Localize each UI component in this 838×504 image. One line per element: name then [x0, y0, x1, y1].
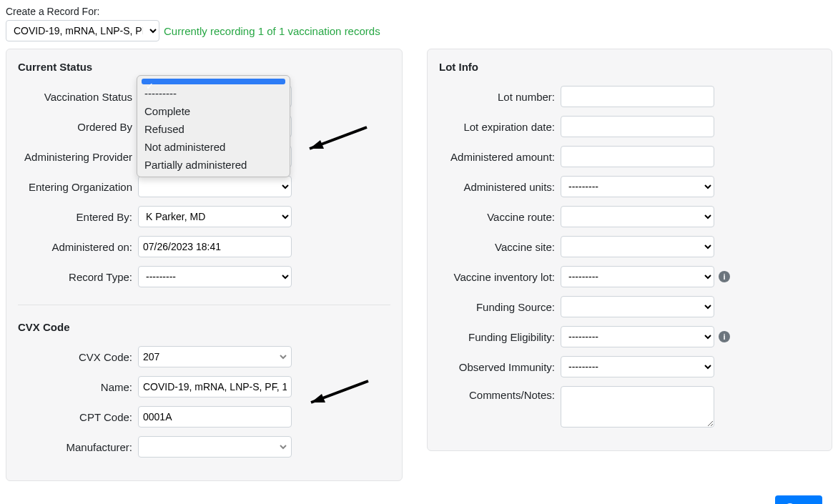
- dropdown-item-partially-administered[interactable]: Partially administered: [137, 156, 290, 174]
- info-icon[interactable]: i: [719, 331, 730, 342]
- entered-by-select[interactable]: K Parker, MD: [138, 206, 292, 227]
- funding-source-select[interactable]: [561, 296, 714, 317]
- administered-amount-label: Administered amount:: [439, 151, 561, 163]
- save-button[interactable]: Save: [775, 495, 822, 504]
- info-icon[interactable]: i: [719, 271, 730, 282]
- cpt-code-label: CPT Code:: [18, 411, 138, 423]
- funding-source-label: Funding Source:: [439, 301, 561, 313]
- manufacturer-label: Manufacturer:: [18, 441, 138, 453]
- vaccine-select[interactable]: COVID-19, mRNA, LNP-S, PF,: [6, 20, 159, 41]
- cvx-code-input[interactable]: [138, 346, 292, 367]
- entered-by-label: Entered By:: [18, 211, 138, 223]
- ordered-by-label: Ordered By: [18, 121, 138, 133]
- observed-immunity-label: Observed Immunity:: [439, 361, 561, 373]
- vaccination-status-label: Vaccination Status: [18, 91, 138, 103]
- dropdown-item-dashes[interactable]: ---------: [137, 84, 290, 102]
- vaccine-site-label: Vaccine site:: [439, 241, 561, 253]
- lot-expiration-label: Lot expiration date:: [439, 121, 561, 133]
- lot-number-label: Lot number:: [439, 91, 561, 103]
- lot-number-input[interactable]: [561, 86, 714, 107]
- vaccination-status-dropdown[interactable]: --------- Complete Refused Not administe…: [137, 75, 290, 177]
- dropdown-item-blank[interactable]: [142, 79, 285, 84]
- cvx-code-label: CVX Code:: [18, 351, 138, 363]
- lot-info-title: Lot Info: [439, 61, 820, 73]
- administered-units-label: Administered units:: [439, 181, 561, 193]
- funding-eligibility-select[interactable]: ---------: [561, 326, 714, 347]
- entering-organization-label: Entering Organization: [18, 181, 138, 193]
- inventory-lot-label: Vaccine inventory lot:: [439, 271, 561, 283]
- funding-eligibility-label: Funding Eligibility:: [439, 331, 561, 343]
- cpt-code-input[interactable]: [138, 406, 292, 428]
- dropdown-item-not-administered[interactable]: Not administered: [137, 138, 290, 156]
- vaccine-route-select[interactable]: [561, 206, 714, 227]
- administered-amount-input[interactable]: [561, 146, 714, 167]
- cvx-name-label: Name:: [18, 381, 138, 393]
- dropdown-item-complete[interactable]: Complete: [137, 102, 290, 120]
- inventory-lot-select[interactable]: ---------: [561, 266, 714, 287]
- vaccine-site-select[interactable]: [561, 236, 714, 257]
- entering-organization-select[interactable]: [138, 176, 292, 197]
- observed-immunity-select[interactable]: ---------: [561, 356, 714, 377]
- record-type-select[interactable]: ---------: [138, 266, 292, 287]
- annotation-arrow-icon: [682, 500, 754, 504]
- recording-status-text: Currently recording 1 of 1 vaccination r…: [164, 25, 380, 37]
- cvx-code-title: CVX Code: [18, 305, 390, 333]
- administering-provider-label: Administering Provider: [18, 151, 138, 163]
- record-type-label: Record Type:: [18, 271, 138, 283]
- administered-units-select[interactable]: ---------: [561, 176, 714, 197]
- comments-label: Comments/Notes:: [439, 386, 561, 401]
- cvx-name-input[interactable]: [138, 376, 292, 397]
- top-label: Create a Record For:: [6, 6, 832, 17]
- administered-on-label: Administered on:: [18, 241, 138, 253]
- administered-on-input[interactable]: [138, 236, 292, 257]
- manufacturer-input[interactable]: [138, 436, 292, 458]
- lot-info-panel: Lot Info Lot number: Lot expiration date…: [427, 49, 832, 451]
- current-status-title: Current Status: [18, 61, 390, 73]
- lot-expiration-input[interactable]: [561, 116, 714, 137]
- vaccine-route-label: Vaccine route:: [439, 211, 561, 223]
- comments-textarea[interactable]: [561, 386, 714, 428]
- dropdown-item-refused[interactable]: Refused: [137, 120, 290, 138]
- current-status-panel: Current Status Vaccination Status Ordere…: [6, 49, 403, 481]
